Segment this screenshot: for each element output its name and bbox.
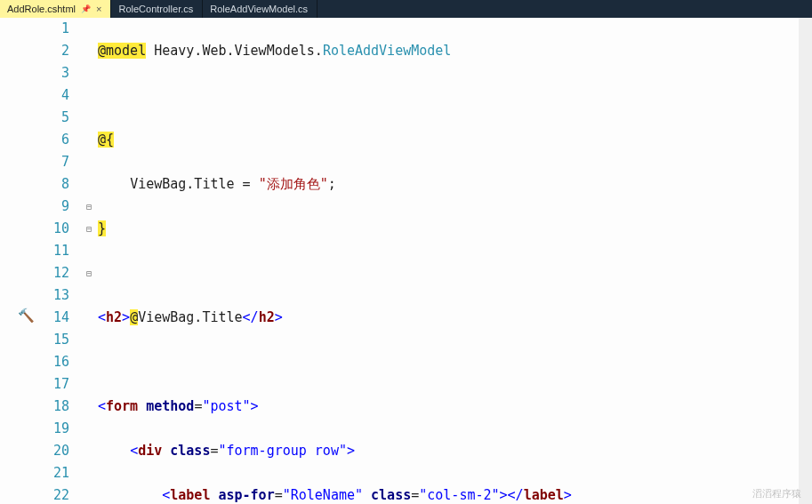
fold-toggle[interactable]: [82, 151, 96, 173]
line-number: 6: [37, 129, 69, 151]
code-line: <h2>@ViewBag.Title</h2>: [98, 307, 812, 329]
line-number: 18: [37, 396, 69, 418]
fold-toggle[interactable]: [82, 373, 96, 396]
code-line: @model Heavy.Web.ViewModels.RoleAddViewM…: [98, 40, 812, 62]
code-editor[interactable]: 🔨 1234567891011121314151617181920212223 …: [0, 18, 812, 504]
fold-toggle[interactable]: ⊟: [82, 218, 96, 240]
fold-toggle[interactable]: ⊟: [82, 196, 96, 218]
line-number: 15: [37, 329, 69, 351]
fold-toggle[interactable]: [82, 240, 96, 262]
code-line: <div class="form-group row">: [98, 440, 812, 462]
line-number: 5: [37, 107, 69, 129]
fold-toggle[interactable]: [82, 351, 96, 373]
fold-toggle[interactable]: [82, 107, 96, 129]
line-number: 11: [37, 240, 69, 262]
line-number: 4: [37, 84, 69, 107]
tab-bar: AddRole.cshtml 📌 × RoleController.cs Rol…: [0, 0, 812, 18]
line-number: 14: [37, 307, 69, 329]
fold-toggle[interactable]: [82, 440, 96, 462]
fold-toggle[interactable]: [82, 40, 96, 62]
indicator-margin: 🔨: [0, 18, 37, 504]
fold-toggle[interactable]: [82, 84, 96, 107]
line-number: 10: [37, 218, 69, 240]
fold-toggle[interactable]: [82, 329, 96, 351]
code-line: [98, 262, 812, 284]
fold-toggle[interactable]: [82, 462, 96, 484]
line-number: 3: [37, 62, 69, 84]
vertical-scrollbar[interactable]: [799, 18, 812, 504]
tab-addrole[interactable]: AddRole.cshtml 📌 ×: [0, 0, 111, 18]
fold-toggle[interactable]: [82, 418, 96, 440]
close-icon[interactable]: ×: [96, 4, 101, 14]
fold-toggle[interactable]: [82, 173, 96, 196]
line-number: 19: [37, 418, 69, 440]
line-number: 8: [37, 173, 69, 196]
tab-label: AddRole.cshtml: [7, 4, 76, 14]
line-number: 22: [37, 484, 69, 504]
fold-column[interactable]: ⊟⊟⊟: [82, 18, 96, 504]
watermark-text: 滔滔程序猿: [752, 487, 801, 500]
pin-icon[interactable]: 📌: [81, 4, 91, 13]
code-line: <form method="post">: [98, 396, 812, 418]
line-number: 2: [37, 40, 69, 62]
tab-label: RoleController.cs: [118, 4, 193, 14]
line-number: 12: [37, 262, 69, 284]
line-number-gutter: 1234567891011121314151617181920212223: [37, 18, 82, 504]
code-line: <label asp-for="RoleName" class="col-sm-…: [98, 484, 812, 504]
build-hammer-icon: 🔨: [18, 308, 35, 324]
code-text[interactable]: @model Heavy.Web.ViewModels.RoleAddViewM…: [96, 18, 812, 504]
line-number: 16: [37, 351, 69, 373]
fold-toggle[interactable]: [82, 62, 96, 84]
line-number: 13: [37, 284, 69, 307]
fold-toggle[interactable]: [82, 129, 96, 151]
fold-toggle[interactable]: [82, 18, 96, 40]
fold-toggle[interactable]: ⊟: [82, 262, 96, 284]
code-line: [98, 351, 812, 373]
code-line: ViewBag.Title = "添加角色";: [98, 173, 812, 196]
code-line: }: [98, 218, 812, 240]
fold-toggle[interactable]: [82, 396, 96, 418]
tab-roleaddviewmodel[interactable]: RoleAddViewModel.cs: [203, 0, 318, 18]
tab-rolecontroller[interactable]: RoleController.cs: [111, 0, 203, 18]
line-number: 7: [37, 151, 69, 173]
line-number: 17: [37, 373, 69, 396]
fold-toggle[interactable]: [82, 307, 96, 329]
fold-toggle[interactable]: [82, 284, 96, 307]
line-number: 20: [37, 440, 69, 462]
code-line: @{: [98, 129, 812, 151]
line-number: 9: [37, 196, 69, 218]
line-number: 21: [37, 462, 69, 484]
code-line: [98, 84, 812, 107]
fold-toggle[interactable]: [82, 484, 96, 504]
tab-label: RoleAddViewModel.cs: [210, 4, 308, 14]
line-number: 1: [37, 18, 69, 40]
